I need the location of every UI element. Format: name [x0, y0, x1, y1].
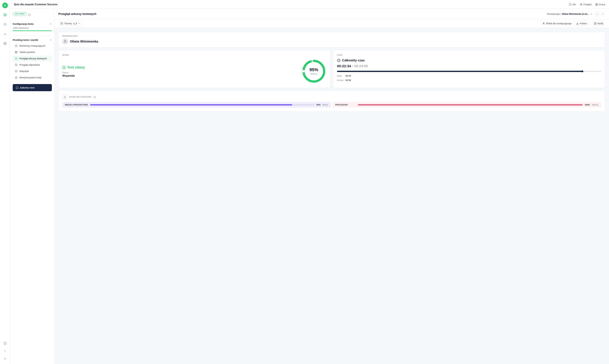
sidebar-item-monitoring[interactable]: Monitoring rozwiązujących — [13, 43, 52, 49]
category-item-wiedza: WIEDZA PRODUKTOWA 90% 9/10 p. — [62, 102, 331, 107]
donut-center: 95% 19/20 p. — [310, 67, 318, 75]
toolbar-right: Widok dla rozwiązującego Pobierz — [542, 21, 605, 26]
svg-point-31 — [543, 23, 544, 23]
svg-point-14 — [581, 4, 581, 5]
time-end-row: Koniec 09:58 — [337, 79, 601, 81]
chevron-right-icon — [602, 13, 604, 15]
print-action[interactable]: Drukuj — [595, 3, 605, 6]
time-values: 00:22:34 / 00:24:00 — [337, 64, 601, 68]
next-button[interactable] — [600, 12, 605, 16]
progress-bar-fill — [13, 30, 52, 31]
svg-point-34 — [65, 40, 66, 41]
category-chart-icon — [62, 94, 67, 99]
nav-icon-settings[interactable] — [2, 41, 8, 46]
donut-percent: 95% — [310, 67, 318, 72]
nav-icon-analytics[interactable] — [2, 31, 8, 37]
solver-selector-name: Oliwia Wiśniewska (o.wi... — [562, 13, 589, 15]
category-section-label: WYNIK WG KATEGORII — [69, 96, 91, 98]
nav-icon-dashboard[interactable] — [2, 12, 8, 18]
end-test-label: Zakończ test — [20, 86, 34, 89]
sidebar-item-tabela[interactable]: Tabela wyników — [13, 49, 52, 55]
sidebar: AKTYWNY Konfiguracja testu 100% ukończon… — [10, 9, 54, 364]
solver-view-button[interactable]: Widok dla rozwiązującego — [542, 22, 571, 25]
statystyki-label: Statystyki — [19, 70, 29, 73]
sidebar-item-przeglad-odpowiedzi[interactable]: Przegląd odpowiedzi — [13, 62, 52, 68]
time-separator: / — [352, 65, 353, 68]
terms-selector[interactable]: Terminy 1, 2 — [58, 21, 82, 26]
left-navigation — [0, 0, 10, 364]
info-action[interactable]: Info — [569, 3, 576, 6]
stop-icon — [16, 86, 18, 89]
content-title: Przegląd arkuszy testowych — [58, 12, 96, 16]
preview-label: Podgląd — [583, 3, 591, 6]
config-section-header[interactable]: Konfiguracja testu — [13, 21, 52, 27]
solver-view-label: Widok dla rozwiązującego — [546, 22, 571, 25]
time-progress-bar — [337, 71, 601, 72]
monitoring-label: Monitoring rozwiązujących — [19, 45, 45, 47]
terms-chevron-icon — [78, 22, 80, 25]
donut-points: 19/20 p. — [310, 73, 318, 75]
sidebar-item-przeglad-arkuszy[interactable]: Przegląd arkuszy testowych — [13, 55, 52, 62]
start-label: Start — [337, 75, 344, 77]
category-count: (2) — [93, 96, 96, 98]
time-card: CZAS Całkowity czas 00:22:34 — [333, 50, 605, 88]
time-inner: Całkowity czas 00:22:34 / 00:24:00 — [337, 59, 601, 81]
kody-label: Niewykorzystane kody — [19, 76, 41, 79]
main-area: Quiz dla zespołu Customer Success Info P… — [10, 0, 609, 364]
grade-value: Wspaniale — [62, 74, 296, 77]
content-body: ROZWIĄZUJĄCY Oliwia Wiśniewska — [54, 28, 609, 115]
svg-rect-0 — [4, 14, 5, 15]
nav-icon-back[interactable] — [2, 348, 8, 354]
stats-icon — [14, 70, 18, 73]
grade-label: Ocena — [62, 71, 296, 74]
svg-point-8 — [5, 43, 5, 44]
svg-point-4 — [4, 23, 5, 25]
category-bar-fill-procedury — [358, 104, 583, 105]
category-percent-procedury: 100% — [584, 104, 590, 106]
send-button[interactable]: Wyślij — [592, 21, 605, 26]
results-section-header[interactable]: Przebieg testu i wyniki — [13, 37, 52, 43]
sidebar-item-kody[interactable]: Niewykorzystane kody — [13, 75, 52, 80]
category-name-procedury: PROCEDURY — [335, 104, 356, 106]
nav-icon-expand[interactable] — [2, 356, 8, 362]
results-row: WYNIK Test zdany Ocena — [58, 50, 605, 88]
chevron-up-icon2 — [49, 39, 52, 41]
nav-icon-users[interactable] — [2, 22, 8, 27]
app-logo[interactable] — [2, 2, 8, 8]
przeglad-odpowiedzi-label: Przegląd odpowiedzi — [19, 64, 40, 66]
end-test-button[interactable]: Zakończ test — [13, 84, 52, 91]
content-toolbar: Terminy 1, 2 Widok dla rozwiązującego — [54, 19, 609, 28]
solver-avatar — [62, 39, 68, 44]
category-item-procedury: PROCEDURY 100% 10/10 p. — [333, 102, 601, 107]
tabela-label: Tabela wyników — [19, 51, 35, 53]
svg-rect-3 — [5, 15, 6, 16]
progress-bar — [13, 30, 52, 31]
result-text: Test zdany Ocena Wspaniale — [62, 65, 296, 77]
content-header: Przegląd arkuszy testowych Rozwiązujący … — [54, 9, 609, 19]
przeglad-arkuszy-label: Przegląd arkuszy testowych — [19, 57, 47, 60]
status-badge: AKTYWNY — [13, 12, 27, 16]
solver-selector[interactable]: Rozwiązujący Oliwia Wiśniewska (o.wi... — [547, 13, 593, 15]
time-total: 00:24:00 — [354, 64, 368, 68]
table-icon — [14, 51, 18, 54]
category-name-wiedza: WIEDZA PRODUKTOWA — [65, 104, 88, 106]
sidebar-item-statystyki[interactable]: Statystyki — [13, 68, 52, 74]
solver-info: Oliwia Wiśniewska — [62, 39, 601, 44]
nav-icon-help[interactable] — [2, 340, 8, 346]
category-bar-track-wiedza — [90, 104, 315, 105]
send-label: Wyślij — [597, 22, 603, 25]
time-title-text: Całkowity czas — [342, 59, 365, 62]
solver-section-label: ROZWIĄZUJĄCY — [62, 35, 601, 37]
info-label: Info — [572, 3, 576, 6]
prev-button[interactable] — [595, 12, 599, 16]
svg-rect-27 — [61, 23, 63, 25]
info-badge-icon[interactable] — [28, 14, 31, 17]
print-label: Drukuj — [599, 3, 605, 6]
category-bar-content-wiedza: WIEDZA PRODUKTOWA 90% 9/10 p. — [65, 104, 328, 106]
svg-rect-15 — [596, 5, 597, 5]
preview-action[interactable]: Podgląd — [580, 3, 591, 6]
download-button[interactable]: Pobierz — [574, 21, 589, 26]
chevron-left-icon — [596, 13, 598, 15]
time-section-label: CZAS — [337, 54, 601, 56]
result-inner: Test zdany Ocena Wspaniale — [62, 59, 326, 84]
